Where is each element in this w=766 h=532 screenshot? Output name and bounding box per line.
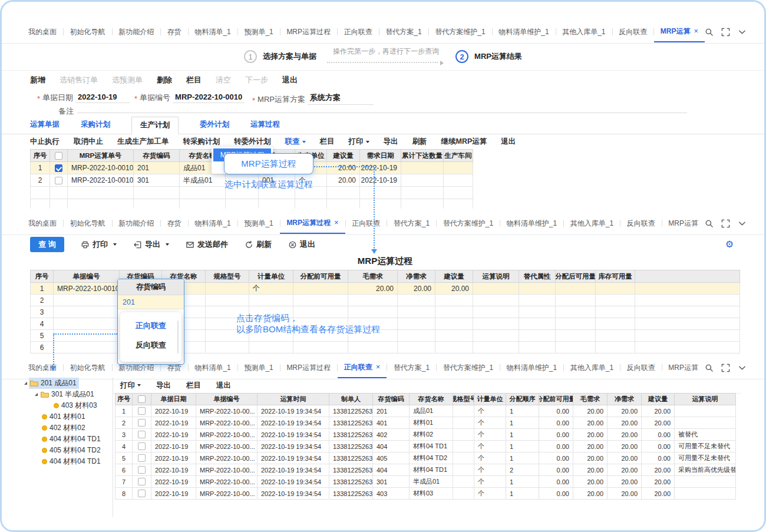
cell[interactable]: 材料03 bbox=[410, 488, 453, 500]
cell[interactable] bbox=[556, 330, 596, 342]
chevron-down-icon[interactable] bbox=[738, 28, 747, 37]
cell[interactable]: 1 bbox=[506, 405, 539, 417]
cell[interactable]: MRP-2022-10-00... bbox=[196, 452, 257, 464]
cell[interactable]: 13381225263 bbox=[329, 441, 373, 452]
tree-table-splitter[interactable] bbox=[113, 378, 113, 517]
cell[interactable]: MRP-2022-10-0010 bbox=[54, 283, 120, 295]
cell[interactable]: 2022-10-19 19:34:54 bbox=[257, 476, 329, 488]
toolbar-button-选销售订单[interactable]: 选销售订单 bbox=[60, 75, 98, 85]
mrp-process-tooltip[interactable]: MRP运算过程 bbox=[224, 153, 313, 174]
row-checkbox[interactable] bbox=[138, 442, 146, 450]
table-row[interactable]: 82022-10-19MRP-2022-10-00...2022-10-19 1… bbox=[115, 488, 736, 500]
cell[interactable] bbox=[293, 283, 348, 295]
cell[interactable]: 13381225263 bbox=[329, 464, 373, 476]
cell[interactable] bbox=[54, 306, 120, 318]
cell[interactable]: 201 bbox=[134, 162, 180, 174]
cell[interactable]: 20.00 bbox=[642, 405, 675, 417]
cell[interactable] bbox=[54, 318, 120, 330]
toolbar-button-继续MRP运算[interactable]: 继续MRP运算 bbox=[441, 137, 487, 147]
cell[interactable] bbox=[206, 295, 249, 306]
toolbar-button-退出[interactable]: 退出 bbox=[216, 381, 231, 391]
row-checkbox[interactable] bbox=[138, 454, 146, 462]
table-row[interactable]: 42022-10-19MRP-2022-10-00...2022-10-19 1… bbox=[115, 441, 736, 452]
cell[interactable] bbox=[556, 295, 596, 306]
cell[interactable]: 20.00 bbox=[642, 464, 675, 476]
cell[interactable]: 0.00 bbox=[539, 476, 573, 488]
close-icon[interactable]: × bbox=[376, 356, 381, 378]
row-checkbox[interactable] bbox=[138, 466, 146, 474]
cell[interactable] bbox=[206, 342, 249, 353]
fullscreen-icon[interactable] bbox=[721, 364, 730, 372]
tab-预测单_1[interactable]: 预测单_1 bbox=[237, 357, 279, 378]
cell[interactable]: 20.00 bbox=[435, 283, 473, 295]
cell[interactable]: 13381225263 bbox=[329, 429, 373, 441]
cell[interactable]: 404 bbox=[373, 441, 410, 452]
toolbar-button-删除[interactable]: 删除 bbox=[157, 75, 172, 85]
tab-正向联查[interactable]: 正向联查 bbox=[345, 213, 387, 234]
toolbar-button-下一步[interactable]: 下一步 bbox=[245, 75, 268, 85]
cell[interactable]: 2022-10-19 bbox=[151, 452, 196, 464]
cell[interactable]: 20.00 bbox=[398, 283, 435, 295]
cell[interactable]: MRP-2022-10-0010 bbox=[68, 162, 134, 174]
cell[interactable] bbox=[133, 417, 151, 429]
cell[interactable]: 13381225263 bbox=[329, 476, 373, 488]
subtab-生产计划[interactable]: 生产计划 bbox=[131, 117, 179, 134]
cell[interactable]: 2022-10-19 19:34:54 bbox=[257, 405, 329, 417]
cell[interactable] bbox=[401, 199, 444, 209]
cell[interactable] bbox=[453, 476, 474, 488]
tab-新功能介绍[interactable]: 新功能介绍 bbox=[112, 21, 160, 42]
cell[interactable]: 20.00 bbox=[607, 429, 642, 441]
cell[interactable] bbox=[54, 295, 120, 306]
tree-item[interactable]: 301 半成品01 bbox=[23, 389, 111, 400]
cell[interactable]: 0.00 bbox=[642, 441, 675, 452]
row-checkbox[interactable] bbox=[138, 478, 146, 485]
cell[interactable] bbox=[348, 295, 398, 306]
tab-新功能介绍[interactable]: 新功能介绍 bbox=[112, 213, 160, 234]
cell[interactable] bbox=[453, 429, 474, 441]
cell[interactable]: 7 bbox=[115, 476, 133, 488]
toolbar-button-刷新[interactable]: 刷新 bbox=[412, 137, 427, 147]
tree-expand-caret[interactable] bbox=[35, 393, 38, 396]
send-mail-button[interactable]: 发送邮件 bbox=[186, 239, 228, 250]
header-checkbox[interactable] bbox=[138, 395, 146, 403]
cell[interactable] bbox=[50, 162, 68, 174]
cell[interactable]: 2022-10-19 bbox=[151, 464, 196, 476]
cell[interactable] bbox=[473, 283, 519, 295]
cell[interactable] bbox=[675, 476, 736, 488]
tab-我的桌面[interactable]: 我的桌面 bbox=[22, 21, 63, 42]
cell[interactable] bbox=[556, 306, 596, 318]
cell[interactable]: 个 bbox=[474, 488, 506, 500]
cell[interactable]: 20.00 bbox=[607, 441, 642, 452]
cell[interactable] bbox=[68, 199, 134, 209]
cell[interactable]: MRP-2022-10-00... bbox=[196, 417, 257, 429]
cell[interactable] bbox=[473, 295, 519, 306]
cell[interactable] bbox=[398, 330, 435, 342]
tab-MRP运算[interactable]: MRP运算 bbox=[662, 357, 705, 378]
cell[interactable] bbox=[249, 295, 293, 306]
cell[interactable]: 20.00 bbox=[607, 464, 642, 476]
cell[interactable]: 3 bbox=[30, 306, 54, 318]
refresh-button[interactable]: 刷新 bbox=[245, 239, 272, 250]
cell[interactable] bbox=[133, 476, 151, 488]
cell[interactable]: 8 bbox=[115, 488, 133, 500]
cell[interactable]: 材料02 bbox=[410, 429, 453, 441]
gear-icon[interactable]: ⚙ bbox=[725, 239, 734, 250]
cell[interactable]: 1 bbox=[506, 452, 539, 464]
cell[interactable] bbox=[401, 174, 444, 187]
row-checkbox[interactable] bbox=[138, 431, 146, 438]
popup-option-正向联查[interactable]: 正向联查 bbox=[120, 316, 181, 335]
toolbar-button-栏目[interactable]: 栏目 bbox=[186, 381, 201, 391]
toolbar-button-取消中止[interactable]: 取消中止 bbox=[74, 137, 103, 147]
cell[interactable]: 13381225263 bbox=[329, 417, 373, 429]
exit-button[interactable]: 退出 bbox=[288, 239, 315, 250]
cell[interactable]: 0.00 bbox=[539, 488, 573, 500]
tab-正向联查[interactable]: 正向联查× bbox=[338, 357, 387, 378]
cell[interactable] bbox=[133, 429, 151, 441]
cell[interactable]: 20.00 bbox=[327, 174, 360, 187]
cell[interactable] bbox=[556, 318, 596, 330]
toolbar-button-中止执行[interactable]: 中止执行 bbox=[30, 137, 60, 147]
cell[interactable]: 6 bbox=[115, 464, 133, 476]
cell[interactable]: MRP-2022-10-00... bbox=[196, 429, 257, 441]
cell[interactable]: 0.00 bbox=[539, 464, 573, 476]
cell[interactable] bbox=[473, 330, 519, 342]
